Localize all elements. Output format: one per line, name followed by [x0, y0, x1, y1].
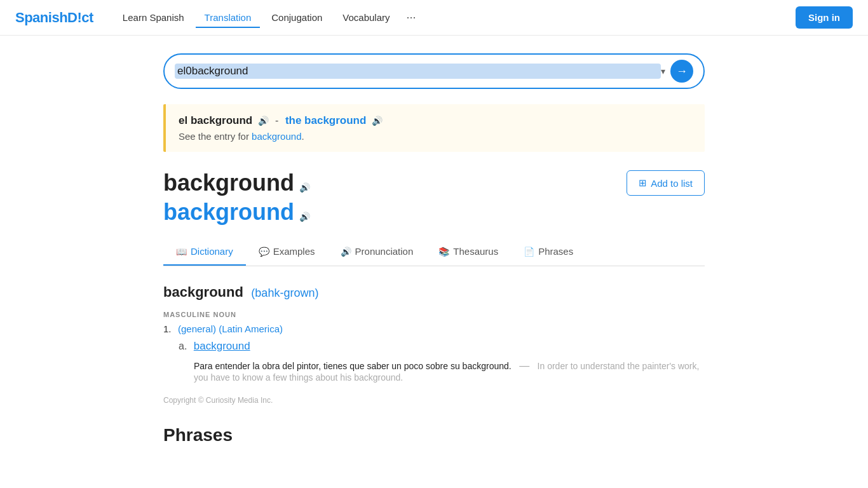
- dictionary-tab-icon: 📖: [176, 247, 187, 257]
- word-en-sound-icon[interactable]: 🔊: [299, 182, 310, 193]
- copyright-notice: Copyright © Curiosity Media Inc.: [163, 396, 705, 405]
- example-sentence: Para entender la obra del pintor, tienes…: [194, 360, 705, 383]
- word-spanish: background: [163, 199, 294, 225]
- sign-in-button[interactable]: Sign in: [796, 6, 853, 29]
- translated-word: the background: [285, 114, 367, 126]
- translation-box: el background 🔊 - the background 🔊 See t…: [163, 104, 705, 152]
- def-tags: (general) (Latin America): [178, 323, 283, 334]
- see-entry-line: See the entry for background.: [179, 131, 692, 142]
- nav-link-translation[interactable]: Translation: [196, 7, 261, 28]
- source-sound-icon[interactable]: 🔊: [258, 116, 269, 126]
- def-sense-word[interactable]: background: [194, 340, 250, 352]
- site-logo[interactable]: SpanishD!ct: [15, 10, 93, 26]
- word-heading-row: background 🔊 ⊞ Add to list: [163, 170, 705, 196]
- thesaurus-tab-icon: 📚: [438, 247, 449, 257]
- tab-phrases[interactable]: 📄 Phrases: [511, 238, 586, 266]
- def-letter-label: a.: [179, 341, 187, 351]
- see-entry-link[interactable]: background: [252, 131, 301, 142]
- language-dropdown-icon[interactable]: ▾: [661, 66, 665, 76]
- examples-tab-icon: 💬: [259, 247, 269, 257]
- word-english: background: [163, 170, 294, 196]
- tab-thesaurus[interactable]: 📚 Thesaurus: [426, 238, 511, 266]
- add-to-list-button[interactable]: ⊞ Add to list: [627, 170, 705, 196]
- nav-link-vocabulary[interactable]: Vocabulary: [334, 7, 398, 28]
- definition-1: 1. (general) (Latin America) a. backgrou…: [163, 323, 705, 383]
- see-entry-prefix: See the entry for: [179, 131, 249, 142]
- nav-links: Learn Spanish Translation Conjugation Vo…: [114, 6, 796, 29]
- examples-tab-label: Examples: [273, 246, 315, 257]
- translation-main-line: el background 🔊 - the background 🔊: [179, 114, 692, 127]
- add-to-list-label: Add to list: [651, 178, 693, 189]
- word-en-container: background 🔊: [163, 170, 310, 196]
- translation-dash: -: [275, 115, 278, 126]
- tab-dictionary[interactable]: 📖 Dictionary: [163, 238, 246, 266]
- pronunciation-tab-icon: 🔊: [341, 247, 351, 257]
- navbar: SpanishD!ct Learn Spanish Translation Co…: [0, 0, 868, 36]
- dictionary-content: background (bahk-grown) MASCULINE NOUN 1…: [163, 284, 705, 405]
- more-menu-icon[interactable]: ···: [402, 6, 421, 29]
- part-of-speech-label: MASCULINE NOUN: [163, 311, 705, 318]
- nav-link-conjugation[interactable]: Conjugation: [262, 7, 331, 28]
- tab-pronunciation[interactable]: 🔊 Pronunciation: [328, 238, 426, 266]
- example-separator: —: [519, 360, 529, 371]
- phrases-tab-label: Phrases: [538, 246, 573, 257]
- search-bar: ▾ →: [163, 53, 705, 89]
- nav-link-learn-spanish[interactable]: Learn Spanish: [114, 7, 193, 28]
- see-entry-suffix: .: [301, 131, 304, 142]
- word-es-container: background 🔊: [163, 199, 705, 226]
- example-spanish: Para entender la obra del pintor, tienes…: [194, 361, 512, 371]
- def-sense-a: a. background Para entender la obra del …: [179, 340, 705, 383]
- dict-main-word: background: [163, 284, 243, 300]
- add-to-list-icon: ⊞: [639, 177, 647, 189]
- dict-pronunciation: (bahk-grown): [251, 287, 318, 299]
- pronunciation-tab-label: Pronunciation: [355, 246, 414, 257]
- def-number: 1.: [163, 323, 172, 334]
- word-es-sound-icon[interactable]: 🔊: [299, 212, 310, 222]
- search-button[interactable]: →: [670, 60, 693, 83]
- word-heading-section: background 🔊 ⊞ Add to list background 🔊: [163, 170, 705, 226]
- tab-examples[interactable]: 💬 Examples: [246, 238, 328, 266]
- search-arrow-icon: →: [676, 65, 688, 78]
- phrases-heading: Phrases: [163, 425, 705, 445]
- translated-sound-icon[interactable]: 🔊: [372, 116, 383, 126]
- dict-word-header: background (bahk-grown): [163, 284, 705, 301]
- thesaurus-tab-label: Thesaurus: [453, 246, 498, 257]
- main-content: ▾ → el background 🔊 - the background 🔊 S…: [148, 36, 720, 463]
- tabs-container: 📖 Dictionary 💬 Examples 🔊 Pronunciation …: [163, 238, 705, 266]
- phrases-section: Phrases: [163, 425, 705, 445]
- source-word: el background: [179, 114, 252, 126]
- dictionary-tab-label: Dictionary: [191, 246, 233, 257]
- search-input[interactable]: [175, 64, 661, 79]
- phrases-tab-icon: 📄: [524, 247, 534, 257]
